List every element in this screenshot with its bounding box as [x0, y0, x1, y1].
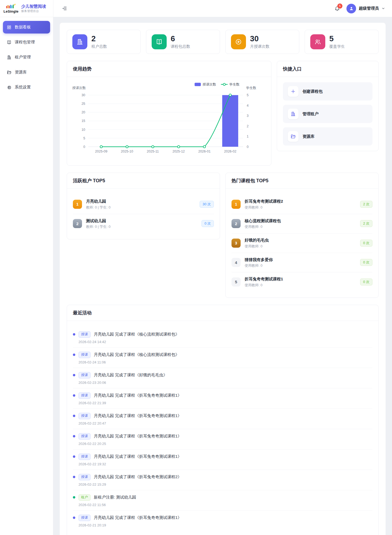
- activity-text: 月亮幼儿园 完成了课程《折耳兔奇奇测试课程1》: [94, 454, 182, 459]
- quick-entry-building[interactable]: 管理租户: [283, 105, 372, 123]
- stat-text: 6课程包总数: [171, 35, 190, 49]
- rank-name: 折耳兔奇奇测试课程1: [245, 276, 356, 282]
- rank-meta: 教师: 0 | 学生: 0: [86, 205, 196, 210]
- brand-title: 少儿智慧阅读: [21, 4, 46, 9]
- building-icon: [72, 34, 87, 49]
- activity-row: 授课月亮幼儿园 完成了课程《折耳兔奇奇测试课程1》2026-02-22 21:3…: [73, 388, 372, 408]
- svg-text:2: 2: [247, 124, 249, 128]
- rank-info: 折耳兔奇奇测试课程2使用教师: 0: [245, 199, 356, 210]
- activity-dot: [73, 415, 75, 417]
- activity-dot: [73, 394, 75, 397]
- svg-text:2025-12: 2025-12: [173, 150, 185, 153]
- gear-icon: [7, 85, 12, 90]
- package-row: 4猜猜我有多爱你使用教师: 00 次: [232, 253, 372, 272]
- rank-meta: 使用教师: 0: [245, 205, 356, 210]
- package-row: 2核心流程测试课程包使用教师: 02 次: [232, 214, 372, 233]
- sidebar-item-building[interactable]: 租户管理: [3, 51, 50, 64]
- quick-entry-header: 快捷入口: [277, 61, 378, 77]
- activity-line: 授课月亮幼儿园 完成了课程《折耳兔奇奇测试课程1》: [73, 433, 372, 440]
- activity-dot: [73, 455, 75, 458]
- user-menu[interactable]: 超级管理员: [346, 4, 385, 13]
- svg-text:10: 10: [81, 128, 85, 132]
- rank-badge: 2: [73, 219, 82, 228]
- stat-value: 2: [91, 35, 107, 43]
- svg-text:20: 20: [81, 110, 85, 114]
- usage-trend-body: 051015202530012345授课次数学生数2025-092025-102…: [67, 77, 271, 165]
- activity-text: 月亮幼儿园 完成了课程《折耳兔奇奇测试课程1》: [94, 434, 182, 439]
- rank-meta: 使用教师: 0: [245, 283, 356, 288]
- usage-trend-card: 使用趋势 051015202530012345授课次数学生数2025-09202…: [67, 61, 271, 166]
- active-tenants-title: 活跃租户 TOP5: [73, 178, 105, 183]
- rank-badge: 5: [232, 277, 241, 287]
- activity-row: 授课月亮幼儿园 完成了课程《核心流程测试课程包》2026-02-24 14:42: [73, 327, 372, 347]
- activity-type-badge: 授课: [79, 392, 91, 399]
- activity-row: 授课月亮幼儿园 完成了课程《折耳兔奇奇测试课程1》2026-02-21 20:1…: [73, 510, 372, 531]
- package-row: 1折耳兔奇奇测试课程2使用教师: 02 次: [232, 195, 372, 214]
- activity-row: 授课月亮幼儿园 完成了课程《好饿的毛毛虫》2026-02-23 20:06: [73, 368, 372, 388]
- chart-row: 使用趋势 051015202530012345授课次数学生数2025-09202…: [67, 61, 379, 166]
- rank-name: 测试幼儿园: [86, 218, 197, 224]
- quick-entry-label: 管理租户: [303, 112, 319, 117]
- activity-line: 授课月亮幼儿园 完成了课程《好饿的毛毛虫》: [73, 372, 372, 378]
- stat-text: 2租户总数: [91, 35, 107, 49]
- svg-text:3: 3: [247, 114, 249, 118]
- active-tenants-card: 活跃租户 TOP5 1月亮幼儿园教师: 0 | 学生: 030 次2测试幼儿园教…: [67, 173, 220, 239]
- chevron-down-icon: [382, 7, 385, 10]
- top5-row: 活跃租户 TOP5 1月亮幼儿园教师: 0 | 学生: 030 次2测试幼儿园教…: [67, 173, 379, 298]
- svg-text:2026-01: 2026-01: [198, 150, 211, 153]
- activity-type-badge: 授课: [79, 474, 91, 480]
- hot-packages-body: 1折耳兔奇奇测试课程2使用教师: 02 次2核心流程测试课程包使用教师: 02 …: [226, 189, 378, 298]
- rank-info: 月亮幼儿园教师: 0 | 学生: 0: [86, 199, 196, 210]
- count-tag: 0 次: [201, 220, 214, 227]
- recent-activity-card: 最近活动 授课月亮幼儿园 完成了课程《核心流程测试课程包》2026-02-24 …: [67, 305, 379, 535]
- sidebar-item-dashboard[interactable]: 数据看板: [3, 21, 50, 34]
- dashboard-icon: [7, 25, 12, 30]
- activity-text: 月亮幼儿园 完成了课程《折耳兔奇奇测试课程1》: [94, 413, 182, 418]
- hot-packages-header: 热门课程包 TOP5: [226, 173, 378, 189]
- building-icon: [288, 109, 298, 119]
- quick-entry-folder[interactable]: 资源库: [283, 127, 372, 146]
- avatar: [346, 4, 356, 13]
- activity-time: 2026-02-22 11:56: [79, 503, 372, 507]
- activity-dot: [73, 374, 75, 376]
- usage-trend-title: 使用趋势: [73, 66, 92, 72]
- activity-text: 月亮幼儿园 完成了课程《核心流程测试课程包》: [94, 352, 179, 357]
- quick-entry-plus[interactable]: 创建课程包: [283, 82, 372, 101]
- users-icon: [310, 34, 325, 49]
- count-tag: 0 次: [360, 259, 372, 266]
- activity-time: 2026-02-22 15:29: [79, 482, 372, 486]
- brand-logo: LeSingle 少儿智慧阅读 服务管理后台: [0, 0, 53, 17]
- rank-name: 猜猜我有多爱你: [245, 257, 356, 262]
- svg-text:学生数: 学生数: [246, 86, 256, 90]
- rank-badge: 2: [232, 219, 241, 228]
- rank-badge: 4: [232, 258, 241, 267]
- rank-name: 折耳兔奇奇测试课程2: [245, 199, 356, 204]
- user-name: 超级管理员: [359, 6, 379, 11]
- plus-icon: [288, 86, 298, 97]
- notification-bell-icon[interactable]: 5: [333, 5, 341, 13]
- sidebar-item-book[interactable]: 课程包管理: [3, 36, 50, 49]
- sidebar-item-folder[interactable]: 资源库: [3, 66, 50, 79]
- brand-text: 少儿智慧阅读 服务管理后台: [21, 4, 46, 13]
- count-tag: 0 次: [360, 240, 372, 247]
- activity-type-badge: 授课: [79, 372, 91, 378]
- rank-info: 核心流程测试课程包使用教师: 0: [245, 218, 356, 229]
- usage-trend-chart: 051015202530012345授课次数学生数2025-092025-102…: [72, 80, 266, 163]
- folder-icon: [7, 70, 12, 75]
- activity-type-badge: 授课: [79, 433, 91, 440]
- active-tenants-body: 1月亮幼儿园教师: 0 | 学生: 030 次2测试幼儿园教师: 0 | 学生:…: [67, 189, 220, 239]
- menu-fold-icon[interactable]: [60, 5, 68, 12]
- sidebar-item-gear[interactable]: 系统设置: [3, 81, 50, 94]
- stat-cards: 2租户总数6课程包总数30月授课次数5覆盖学生: [67, 30, 379, 54]
- package-row: 5折耳兔奇奇测试课程1使用教师: 00 次: [232, 272, 372, 292]
- activity-dot: [73, 354, 75, 356]
- rank-info: 好饿的毛毛虫使用教师: 0: [245, 237, 356, 249]
- quick-entry-title: 快捷入口: [283, 66, 302, 72]
- activity-row: 授课月亮幼儿园 完成了课程《核心流程测试课程包》2026-02-24 11:06: [73, 347, 372, 368]
- activity-type-badge: 授课: [79, 515, 91, 521]
- recent-activity-title: 最近活动: [73, 310, 92, 315]
- activity-type-badge: 授课: [79, 413, 91, 419]
- tenant-row: 2测试幼儿园教师: 0 | 学生: 00 次: [73, 214, 214, 233]
- svg-text:授课次数: 授课次数: [72, 86, 86, 90]
- usage-trend-header: 使用趋势: [67, 61, 271, 77]
